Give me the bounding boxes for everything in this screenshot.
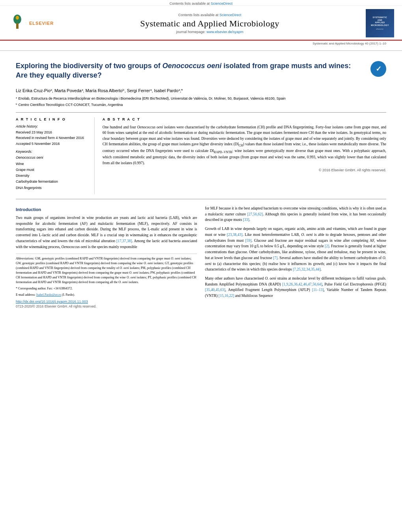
corresponding-footnote: * Corresponding author. Fax: +34 6386437… bbox=[16, 286, 197, 291]
issn-line: 0723-2020/© 2016 Elsevier GmbH. All righ… bbox=[16, 304, 197, 308]
ref-7[interactable]: [7] bbox=[273, 256, 277, 260]
keywords-label: Keywords: bbox=[16, 150, 88, 154]
ref-7-25-32-34-35-44[interactable]: [7,25,32,34,35,44] bbox=[293, 267, 320, 271]
crossmark-badge[interactable]: ✓ bbox=[370, 61, 386, 77]
intro-para-1: Two main groups of organisms involved in… bbox=[16, 215, 197, 250]
journal-logo-text: SYSTEMATIC AND APPLIED MICROBIOLOGY else… bbox=[371, 16, 389, 30]
ref-2[interactable]: [2] bbox=[325, 244, 329, 248]
svg-rect-2 bbox=[16, 23, 19, 29]
info-abstract-section: A R T I C L E I N F O Article history: R… bbox=[16, 112, 386, 199]
page: Contents lists available at ScienceDirec… bbox=[0, 0, 402, 315]
affiliations: ᵃ Enolab, Estructura de Recerca Interdis… bbox=[16, 96, 386, 108]
title-italic: Oenococcus oeni bbox=[162, 62, 221, 70]
abstract-title: A B S T R A C T bbox=[102, 117, 386, 121]
keyword-1: Oenococcus oeni bbox=[16, 155, 88, 161]
ref-27-56-62[interactable]: [27,56,62] bbox=[247, 212, 263, 216]
received-date: Received 23 May 2016 bbox=[16, 130, 88, 135]
right-para-3: Many other authors have characterised O.… bbox=[205, 276, 386, 299]
abstract-text: One hundred and four Oenococcus oeni iso… bbox=[102, 124, 386, 166]
body-right-col: for MLF because it is the best adapted b… bbox=[205, 206, 386, 308]
abstract-section: A B S T R A C T One hundred and four Oen… bbox=[102, 117, 386, 194]
ref-1-9-26-36[interactable]: [1,9,26,36,42,46,47,56,64] bbox=[282, 282, 322, 286]
top-banner: Contents lists available at ScienceDirec… bbox=[0, 0, 402, 6]
journal-header: ELSEVIER Contents lists available at Sci… bbox=[0, 6, 402, 41]
article-title-section: Exploring the biodiversity of two groups… bbox=[16, 61, 386, 83]
sciencedirect-link2[interactable]: ScienceDirect bbox=[220, 13, 242, 17]
abbreviations-footnote: Abbreviations: GM, genotypic profiles (c… bbox=[16, 256, 197, 285]
keyword-2: Wine bbox=[16, 161, 88, 167]
ref-33[interactable]: [33] bbox=[243, 218, 249, 222]
keyword-3: Grape must bbox=[16, 167, 88, 173]
volume-info: Systematic and Applied Microbiology 40 (… bbox=[0, 41, 402, 46]
article-info-title: A R T I C L E I N F O bbox=[16, 117, 88, 121]
elsevier-wordmark: ELSEVIER bbox=[29, 18, 54, 29]
affiliation-b: ᵇ Centro Científico Tecnológico CCT-CONI… bbox=[16, 102, 386, 108]
elsevier-logo: ELSEVIER bbox=[8, 14, 54, 33]
ref-15-16-22[interactable]: [15,16,22] bbox=[219, 294, 234, 298]
intro-title: Introduction bbox=[16, 207, 197, 212]
ref-17-37-38[interactable]: [17,37,38] bbox=[116, 239, 132, 243]
contents-available: Contents lists available at ScienceDirec… bbox=[61, 13, 358, 17]
ref-35-40-45-63[interactable]: [35,40,45,63] bbox=[205, 288, 225, 292]
body-content: Introduction Two main groups of organism… bbox=[16, 206, 386, 308]
copyright: © 2016 Elsevier GmbH. All rights reserve… bbox=[102, 168, 386, 172]
homepage-link[interactable]: www.elsevier.de/syapm bbox=[207, 30, 244, 34]
footnote-section: Abbreviations: GM, genotypic profiles (c… bbox=[16, 254, 197, 308]
keywords-section: Keywords: Oenococcus oeni Wine Grape mus… bbox=[16, 150, 88, 191]
header-divider bbox=[0, 50, 402, 51]
authors: Liz Erika Cruz-Pioᵃ, Marta Povedaᵃ, Marí… bbox=[16, 87, 386, 94]
history-label: Article history: bbox=[16, 124, 88, 128]
keyword-4: Diversity bbox=[16, 173, 88, 179]
title-part1: Exploring the biodiversity of two groups… bbox=[16, 62, 162, 70]
crossmark-icon: ✓ bbox=[376, 65, 382, 73]
affiliation-a: ᵃ Enolab, Estructura de Recerca Interdis… bbox=[16, 96, 386, 102]
article-info: A R T I C L E I N F O Article history: R… bbox=[16, 117, 95, 194]
revised-date: Received in revised form 4 November 2016 bbox=[16, 135, 88, 141]
accepted-date: Accepted 5 November 2016 bbox=[16, 141, 88, 146]
doi-link[interactable]: http://dx.doi.org/10.1016/j.syapm.2016.1… bbox=[16, 300, 88, 304]
journal-title: Systematic and Applied Microbiology bbox=[61, 19, 358, 29]
svg-point-3 bbox=[16, 16, 19, 20]
ref-23-38-43[interactable]: [23,38,43] bbox=[227, 233, 243, 237]
article-title: Exploring the biodiversity of two groups… bbox=[16, 61, 370, 80]
ref-11-13[interactable]: [11–13] bbox=[312, 288, 324, 292]
keyword-6: DNA fingerprints bbox=[16, 185, 88, 191]
sciencedirect-link[interactable]: ScienceDirect bbox=[211, 2, 233, 6]
journal-logo: SYSTEMATIC AND APPLIED MICROBIOLOGY else… bbox=[366, 9, 394, 37]
ref-59[interactable]: [59] bbox=[245, 239, 251, 243]
keywords-list: Oenococcus oeni Wine Grape must Diversit… bbox=[16, 155, 88, 191]
main-content: Exploring the biodiversity of two groups… bbox=[0, 55, 402, 315]
contents-label: Contents lists available at bbox=[169, 2, 210, 6]
journal-homepage: journal homepage: www.elsevier.de/syapm bbox=[61, 30, 358, 34]
right-para-1: for MLF because it is the best adapted b… bbox=[205, 206, 386, 223]
doi-line: http://dx.doi.org/10.1016/j.syapm.2016.1… bbox=[16, 300, 197, 304]
right-para-2: Growth of LAB in wine depends largely on… bbox=[205, 226, 386, 272]
journal-title-block: Contents lists available at ScienceDirec… bbox=[54, 13, 366, 34]
email-link[interactable]: Isabel.Pardo@uv.es bbox=[36, 293, 61, 297]
keyword-5: Carbohydrate fermentation bbox=[16, 179, 88, 185]
email-footnote: E-mail address: Isabel.Pardo@uv.es (I. P… bbox=[16, 293, 197, 297]
article-history: Article history: Received 23 May 2016 Re… bbox=[16, 124, 88, 146]
body-left-col: Introduction Two main groups of organism… bbox=[16, 206, 197, 308]
